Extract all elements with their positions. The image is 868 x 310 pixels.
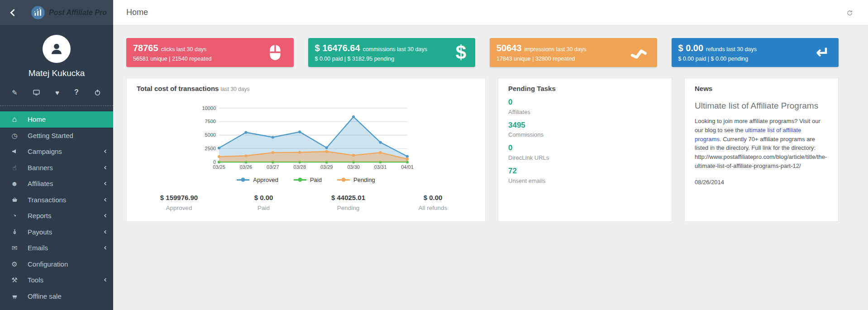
card-subtext: 17843 unique | 32800 repeated: [496, 56, 625, 62]
panel-title: Total cost of transactionslast 30 days: [137, 85, 475, 92]
power-icon[interactable]: [94, 88, 101, 96]
task-label: DirecLink URLs: [508, 154, 662, 161]
summary-value: $ 0.00: [221, 194, 306, 201]
task-count: 72: [508, 167, 662, 176]
card-subtext: 56581 unique | 21540 repeated: [133, 56, 262, 62]
tools-icon: ⚒: [10, 277, 19, 283]
transactions-chart: 02500500075001000003/2503/2603/2703/2803…: [197, 105, 415, 174]
sidebar-item-label: Affiliates: [28, 180, 53, 187]
sidebar-item-reports[interactable]: ◔Reports: [0, 208, 113, 224]
task-label: Unsent emails: [508, 177, 662, 184]
summary-item: $ 44025.01Pending: [306, 194, 391, 211]
card-label: commissions last 30 days: [363, 46, 427, 52]
sidebar-item-label: Getting Started: [28, 132, 73, 139]
sidebar-item-campaigns[interactable]: Campaigns: [0, 143, 113, 160]
pending-task-item: 0Affiliates: [508, 98, 662, 115]
chevron-left-icon: [103, 198, 107, 202]
pie-chart-icon: ◔: [10, 212, 19, 219]
transactions-panel: Total cost of transactionslast 30 days 0…: [126, 78, 486, 222]
transactions-summary: $ 159976.90Approved$ 0.00Paid$ 44025.01P…: [137, 194, 475, 211]
back-chevron-icon[interactable]: [8, 8, 17, 17]
svg-text:10000: 10000: [202, 105, 216, 110]
stat-card[interactable]: $ 0.00refunds last 30 days$ 0.00 paid | …: [672, 38, 839, 67]
user-profile: Matej Kukucka ✎♥?: [0, 25, 113, 106]
svg-text:03/26: 03/26: [240, 164, 253, 170]
legend-marker: [294, 179, 306, 181]
news-body: Looking to join more affiliate programs?…: [695, 117, 828, 171]
card-subtext: $ 0.00 paid | $ 0.00 pending: [678, 56, 807, 62]
legend-marker: [237, 179, 249, 181]
svg-text:03/27: 03/27: [267, 164, 279, 170]
chart-legend: ApprovedPaidPending: [237, 176, 375, 183]
app-logo-icon[interactable]: [31, 5, 45, 20]
card-headline: 50643impressions last 30 days: [496, 43, 625, 53]
stat-card[interactable]: 50643impressions last 30 days17843 uniqu…: [490, 38, 657, 67]
summary-item: $ 0.00Paid: [221, 194, 306, 211]
svg-text:03/28: 03/28: [294, 164, 306, 170]
task-count: 3495: [508, 121, 662, 130]
chevron-left-icon: [103, 166, 107, 170]
card-value: 50643: [496, 43, 522, 53]
dollar-icon: $: [456, 43, 466, 62]
help-icon[interactable]: ?: [74, 88, 79, 96]
sidebar-item-payouts[interactable]: $Payouts: [0, 224, 113, 240]
chevron-left-icon: [103, 214, 107, 218]
heartbeat-icon[interactable]: ♥: [55, 88, 59, 96]
pencil-icon[interactable]: ✎: [12, 88, 18, 96]
refresh-icon[interactable]: [846, 9, 853, 16]
news-panel: News Ultimate list of Affiliate Programs…: [684, 78, 839, 222]
task-count: 0: [508, 144, 662, 153]
sidebar-item-getting-started[interactable]: ◷Getting Started: [0, 128, 113, 144]
svg-text:04/01: 04/01: [401, 164, 414, 170]
main-area: Home 78765clicks last 30 days56581 uniqu…: [113, 0, 868, 310]
pending-tasks-title: Pending Tasks: [508, 85, 662, 92]
chevron-left-icon: [103, 246, 107, 250]
sidebar-item-transactions[interactable]: Transactions: [0, 192, 113, 208]
trend-line-icon: [629, 43, 648, 62]
summary-item: $ 159976.90Approved: [137, 194, 221, 211]
home-icon: ⌂: [10, 115, 19, 123]
brand-name: Post Affiliate Pro: [49, 9, 107, 17]
divider: [0, 105, 113, 106]
sidebar: Post Affiliate Pro Matej Kukucka ✎♥? ⌂Ho…: [0, 0, 113, 310]
svg-text:03/29: 03/29: [320, 164, 333, 170]
sidebar-item-label: Home: [28, 115, 46, 123]
megaphone-icon: [10, 148, 19, 155]
legend-label: Pending: [353, 176, 375, 183]
stat-card[interactable]: 78765clicks last 30 days56581 unique | 2…: [126, 38, 294, 67]
envelope-icon: ✉: [10, 244, 19, 251]
card-headline: $ 16476.64commissions last 30 days: [315, 43, 444, 53]
sidebar-item-offline-sale[interactable]: Offline sale: [0, 288, 113, 305]
legend-item: Approved: [237, 176, 278, 183]
transactions-title: Total cost of transactions: [137, 85, 219, 92]
svg-text:2500: 2500: [205, 145, 216, 151]
chart-area: 02500500075001000003/2503/2603/2703/2803…: [137, 94, 475, 194]
pending-task-item: 72Unsent emails: [508, 167, 662, 184]
sidebar-item-home[interactable]: ⌂Home: [0, 111, 113, 128]
sidebar-header: Post Affiliate Pro: [0, 0, 113, 25]
sidebar-item-banners[interactable]: ☝Banners: [0, 160, 113, 176]
sidebar-item-configuration[interactable]: ⚙Configuration: [0, 256, 113, 272]
svg-text:03/25: 03/25: [213, 164, 225, 170]
summary-value: $ 159976.90: [137, 194, 221, 201]
card-label: impressions last 30 days: [525, 46, 587, 52]
legend-item: Pending: [337, 176, 375, 183]
avatar: [43, 35, 71, 63]
news-title: News: [695, 85, 828, 92]
pending-task-item: 0DirecLink URLs: [508, 144, 662, 161]
sidebar-item-affiliates[interactable]: ☻Affiliates: [0, 176, 113, 192]
chevron-left-icon: [103, 181, 107, 186]
pending-tasks-list: 0Affiliates3495Commissions0DirecLink URL…: [508, 92, 662, 184]
dashboard-content: 78765clicks last 30 days56581 unique | 2…: [113, 25, 868, 310]
monitor-icon[interactable]: [33, 88, 40, 96]
return-arrow-icon: ↵: [816, 44, 830, 61]
summary-value: $ 44025.01: [306, 194, 391, 201]
sidebar-item-emails[interactable]: ✉Emails: [0, 240, 113, 256]
mouse-icon: [266, 43, 285, 62]
person-icon: [48, 41, 65, 57]
stat-card[interactable]: $ 16476.64commissions last 30 days$ 0.00…: [308, 38, 476, 67]
task-label: Affiliates: [508, 109, 662, 115]
sidebar-item-tools[interactable]: ⚒Tools: [0, 272, 113, 288]
sidebar-item-label: Campaigns: [28, 148, 62, 155]
svg-text:03/31: 03/31: [374, 164, 387, 170]
